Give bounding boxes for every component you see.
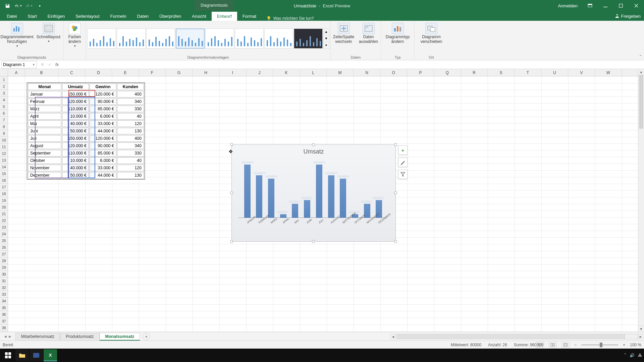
gallery-more-button[interactable]: ▲▼▾ — [323, 28, 329, 49]
zoom-level[interactable]: 100 % — [630, 343, 641, 347]
sheet-tab[interactable]: Produktumsatz — [60, 333, 99, 341]
file-explorer-icon[interactable] — [15, 349, 29, 361]
row-header[interactable]: 20 — [0, 204, 8, 210]
view-page-layout-icon[interactable] — [549, 342, 557, 348]
row-header[interactable]: 19 — [0, 197, 8, 204]
tab-start[interactable]: Start — [22, 12, 42, 21]
row-header[interactable]: 5 — [0, 103, 8, 110]
column-header[interactable]: D — [85, 69, 112, 76]
column-header[interactable]: B — [25, 69, 58, 76]
tab-datei[interactable]: Datei — [1, 12, 22, 21]
row-header[interactable]: 14 — [0, 164, 8, 170]
row-header[interactable]: 25 — [0, 237, 8, 244]
chart-style-thumb[interactable] — [176, 28, 205, 49]
taskbar-app-icon[interactable] — [30, 349, 43, 361]
chart-style-thumb[interactable] — [205, 28, 234, 49]
row-header[interactable]: 10 — [0, 137, 8, 143]
sign-in-link[interactable]: Anmelden — [553, 3, 582, 8]
row-header[interactable]: 29 — [0, 264, 8, 271]
row-header[interactable]: 32 — [0, 284, 8, 291]
change-colors-button[interactable]: Farben ändern▾ — [66, 22, 83, 48]
tab-formeln[interactable]: Formeln — [105, 12, 132, 21]
chart-style-thumb[interactable] — [294, 28, 323, 49]
tab-daten[interactable]: Daten — [131, 12, 154, 21]
column-header[interactable]: F — [139, 69, 166, 76]
row-header[interactable]: 36 — [0, 311, 8, 318]
row-header[interactable]: 33 — [0, 291, 8, 298]
column-header[interactable]: O — [380, 69, 407, 76]
tell-me-search[interactable]: 💡 Was möchten Sie tun? — [266, 16, 314, 21]
column-header[interactable]: M — [327, 69, 354, 76]
chart-bar[interactable] — [268, 179, 274, 218]
column-header[interactable]: V — [568, 69, 595, 76]
row-header[interactable]: 23 — [0, 224, 8, 231]
qat-customize-icon[interactable]: ▾ — [35, 1, 44, 10]
chart-style-thumb[interactable] — [235, 28, 264, 49]
row-header[interactable]: 28 — [0, 257, 8, 264]
row-header[interactable]: 13 — [0, 157, 8, 164]
tab-ansicht[interactable]: Ansicht — [186, 12, 212, 21]
name-box[interactable]: Diagramm 1▼ — [1, 61, 37, 68]
minimize-button[interactable] — [598, 0, 613, 11]
column-header[interactable]: A — [8, 69, 25, 76]
sheet-nav-prev-icon[interactable]: ◄ — [3, 334, 7, 339]
row-header[interactable]: 17 — [0, 184, 8, 190]
chart-bar[interactable] — [244, 165, 251, 218]
tab-einfuegen[interactable]: Einfügen — [42, 12, 70, 21]
row-header[interactable]: 11 — [0, 143, 8, 150]
column-header[interactable]: R — [461, 69, 488, 76]
tab-ueberpruefen[interactable]: Überprüfen — [154, 12, 186, 21]
chart-style-thumb[interactable] — [87, 28, 116, 49]
column-header[interactable]: C — [58, 69, 85, 76]
row-header[interactable]: 9 — [0, 130, 8, 137]
excel-taskbar-icon[interactable]: X — [44, 349, 57, 361]
zoom-slider[interactable] — [581, 344, 618, 346]
spreadsheet-grid[interactable]: ABCDEFGHIJKLMNOPQRSTUVW 1234567891011121… — [0, 69, 644, 332]
column-header[interactable]: T — [515, 69, 541, 76]
fx-icon[interactable]: fx — [54, 62, 60, 67]
zoom-in-icon[interactable]: + — [623, 343, 625, 347]
column-header[interactable]: S — [488, 69, 515, 76]
row-header[interactable]: 31 — [0, 278, 8, 284]
row-header[interactable]: 21 — [0, 210, 8, 217]
row-header[interactable]: 26 — [0, 244, 8, 251]
row-header[interactable]: 6 — [0, 110, 8, 117]
row-header[interactable]: 27 — [0, 251, 8, 257]
column-header[interactable]: W — [595, 69, 622, 76]
redo-icon[interactable]: ▾ — [24, 1, 34, 10]
row-header[interactable]: 30 — [0, 271, 8, 278]
zoom-out-icon[interactable]: − — [574, 343, 577, 347]
tray-chevron-icon[interactable]: ˄ — [624, 353, 626, 358]
chart-title[interactable]: Umsatz — [232, 145, 395, 155]
chart-bar[interactable] — [256, 175, 262, 218]
ribbon-display-icon[interactable] — [582, 0, 598, 11]
tab-seitenlayout[interactable]: Seitenlayout — [70, 12, 105, 21]
row-header[interactable]: 35 — [0, 304, 8, 311]
row-header[interactable]: 12 — [0, 150, 8, 157]
view-page-break-icon[interactable] — [561, 342, 570, 348]
chart-bar[interactable] — [316, 165, 322, 218]
chart-filters-button[interactable] — [398, 170, 408, 179]
chart-style-thumb[interactable] — [146, 28, 175, 49]
sheet-nav-next-icon[interactable]: ► — [8, 334, 12, 339]
chart-bar[interactable] — [280, 214, 286, 218]
collapse-ribbon-icon[interactable]: ⌃ — [639, 54, 642, 59]
column-header[interactable]: J — [246, 69, 273, 76]
chart-bar[interactable] — [292, 204, 298, 218]
change-chart-type-button[interactable]: Diagrammtyp ändern — [382, 22, 413, 45]
quick-layout-button[interactable]: Schnelllayout▾ — [35, 22, 63, 44]
switch-row-column-button[interactable]: Zeile/Spalte wechseln — [332, 22, 356, 45]
column-header[interactable]: K — [273, 69, 300, 76]
view-normal-icon[interactable] — [536, 342, 544, 348]
chart-bar[interactable] — [340, 179, 346, 218]
chart-plot-area[interactable]: 150.000 €120.000 €110.000 €10.000 €40.00… — [238, 162, 387, 218]
sheet-tab[interactable]: Mitarbeiterumsatz — [15, 333, 60, 341]
share-icon[interactable]: Freigeben — [615, 14, 641, 19]
column-header[interactable]: N — [354, 69, 380, 76]
cancel-formula-icon[interactable]: ✕ — [39, 62, 46, 67]
select-data-button[interactable]: Daten auswählen — [357, 22, 380, 45]
tab-format[interactable]: Format — [237, 12, 262, 21]
tray-volume-icon[interactable]: 🔊 — [630, 353, 635, 358]
row-header[interactable]: 15 — [0, 170, 8, 177]
column-header[interactable]: P — [407, 69, 434, 76]
